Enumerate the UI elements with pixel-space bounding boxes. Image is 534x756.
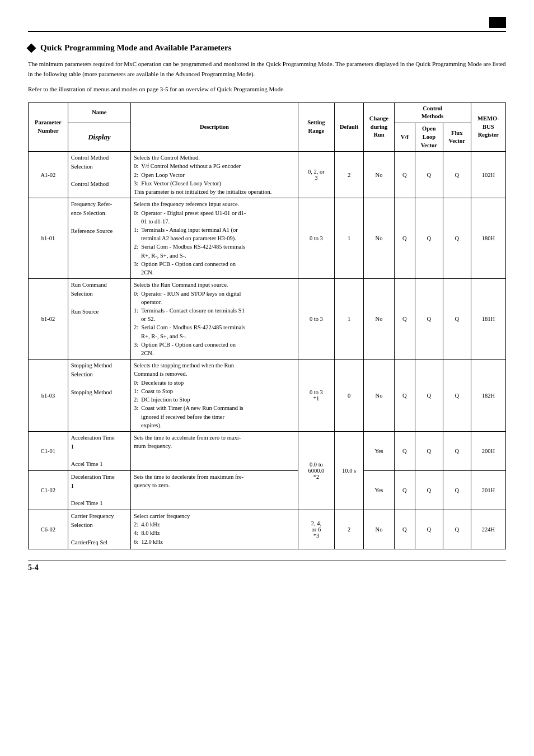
ol-b1-01: Q (415, 198, 443, 279)
th-memo-bus: MEMO-BUSRegister (471, 102, 505, 151)
vf-a1-02: Q (394, 152, 415, 198)
change-c6-02: No (364, 510, 394, 549)
refer-paragraph: Refer to the illustration of menus and m… (28, 85, 506, 95)
page-footer: 5-4 (28, 561, 506, 572)
name-a1-02: Control MethodSelectionControl Method (68, 152, 130, 198)
memo-a1-02: 102H (471, 152, 505, 198)
memo-c1-02: 201H (471, 471, 505, 510)
param-b1-02: b1-02 (29, 279, 68, 360)
setting-b1-02: 0 to 3 (298, 279, 335, 360)
flux-c1-02: Q (443, 471, 471, 510)
change-a1-02: No (364, 152, 394, 198)
th-description: Description (130, 102, 298, 151)
name-b1-02: Run CommandSelectionRun Source (68, 279, 130, 360)
flux-b1-01: Q (443, 198, 471, 279)
ol-c1-02: Q (415, 471, 443, 510)
vf-c1-01: Q (394, 432, 415, 471)
header-bar (28, 31, 506, 32)
memo-c1-01: 200H (471, 432, 505, 471)
th-control-methods: ControlMethods (394, 102, 471, 123)
default-c1-01: 10.0 s (334, 432, 364, 510)
param-b1-01: b1-01 (29, 198, 68, 279)
param-c6-02: C6-02 (29, 510, 68, 549)
vf-c6-02: Q (394, 510, 415, 549)
flux-b1-03: Q (443, 360, 471, 432)
change-b1-03: No (364, 360, 394, 432)
table-row: b1-02 Run CommandSelectionRun Source Sel… (29, 279, 506, 360)
param-c1-02: C1-02 (29, 471, 68, 510)
memo-c6-02: 224H (471, 510, 505, 549)
setting-b1-01: 0 to 3 (298, 198, 335, 279)
th-flux-vector: FluxVector (443, 123, 471, 152)
change-b1-01: No (364, 198, 394, 279)
memo-b1-02: 181H (471, 279, 505, 360)
th-open-loop: OpenLoopVector (415, 123, 443, 152)
change-c1-02: Yes (364, 471, 394, 510)
table-row: b1-03 Stopping MethodSelectionStopping M… (29, 360, 506, 432)
vf-b1-02: Q (394, 279, 415, 360)
vf-b1-01: Q (394, 198, 415, 279)
th-default: Default (334, 102, 364, 151)
param-b1-03: b1-03 (29, 360, 68, 432)
ol-b1-02: Q (415, 279, 443, 360)
table-row: C1-01 Acceleration Time1Accel Time 1 Set… (29, 432, 506, 471)
change-b1-02: No (364, 279, 394, 360)
table-row: b1-01 Frequency Refer-ence SelectionRefe… (29, 198, 506, 279)
vf-c1-02: Q (394, 471, 415, 510)
th-change-run: ChangeduringRun (364, 102, 394, 151)
memo-b1-01: 180H (471, 198, 505, 279)
desc-c1-01: Sets the time to accelerate from zero to… (130, 432, 298, 471)
default-b1-02: 1 (334, 279, 364, 360)
ol-c6-02: Q (415, 510, 443, 549)
name-c1-01: Acceleration Time1Accel Time 1 (68, 432, 130, 471)
page-number: 5-4 (28, 563, 39, 572)
th-name-top: Name (68, 102, 130, 123)
top-bar (28, 17, 506, 28)
intro-paragraph: The minimum parameters required for MxC … (28, 59, 506, 79)
desc-a1-02: Selects the Control Method. 0: V/f Contr… (130, 152, 298, 198)
setting-c6-02: 2, 4,or 6*3 (298, 510, 335, 549)
th-vf: V/f (394, 123, 415, 152)
desc-b1-02: Selects the Run Command input source. 0:… (130, 279, 298, 360)
diamond-icon (27, 43, 36, 53)
vf-b1-03: Q (394, 360, 415, 432)
param-c1-01: C1-01 (29, 432, 68, 471)
desc-b1-01: Selects the frequency reference input so… (130, 198, 298, 279)
ol-a1-02: Q (415, 152, 443, 198)
th-param-number: ParameterNumber (29, 102, 68, 151)
default-c6-02: 2 (334, 510, 364, 549)
name-c6-02: Carrier FrequencySelectionCarrierFreq Se… (68, 510, 130, 549)
default-b1-01: 1 (334, 198, 364, 279)
name-b1-01: Frequency Refer-ence SelectionReference … (68, 198, 130, 279)
th-setting-range: SettingRange (298, 102, 335, 151)
table-row: C1-02 Deceleration Time1Decel Time 1 Set… (29, 471, 506, 510)
th-name-display: Display (68, 123, 130, 152)
desc-c6-02: Select carrier frequency 2: 4.0 kHz 4: 8… (130, 510, 298, 549)
flux-c1-01: Q (443, 432, 471, 471)
default-b1-03: 0 (334, 360, 364, 432)
ol-c1-01: Q (415, 432, 443, 471)
desc-c1-02: Sets the time to decelerate from maximum… (130, 471, 298, 510)
desc-b1-03: Selects the stopping method when the Run… (130, 360, 298, 432)
name-c1-02: Deceleration Time1Decel Time 1 (68, 471, 130, 510)
setting-b1-03: 0 to 3*1 (298, 360, 335, 432)
param-a1-02: A1-02 (29, 152, 68, 198)
name-b1-03: Stopping MethodSelectionStopping Method (68, 360, 130, 432)
ol-b1-03: Q (415, 360, 443, 432)
section-title-text: Quick Programming Mode and Available Par… (40, 43, 232, 53)
flux-b1-02: Q (443, 279, 471, 360)
section-title: Quick Programming Mode and Available Par… (28, 43, 506, 53)
parameters-table: ParameterNumber Name Description Setting… (28, 102, 506, 549)
default-a1-02: 2 (334, 152, 364, 198)
memo-b1-03: 182H (471, 360, 505, 432)
setting-c1-01: 0.0 to6000.0*2 (298, 432, 335, 510)
top-black-box (489, 17, 506, 28)
table-row: A1-02 Control MethodSelectionControl Met… (29, 152, 506, 198)
change-c1-01: Yes (364, 432, 394, 471)
flux-c6-02: Q (443, 510, 471, 549)
table-row: C6-02 Carrier FrequencySelectionCarrierF… (29, 510, 506, 549)
setting-a1-02: 0, 2, or3 (298, 152, 335, 198)
flux-a1-02: Q (443, 152, 471, 198)
